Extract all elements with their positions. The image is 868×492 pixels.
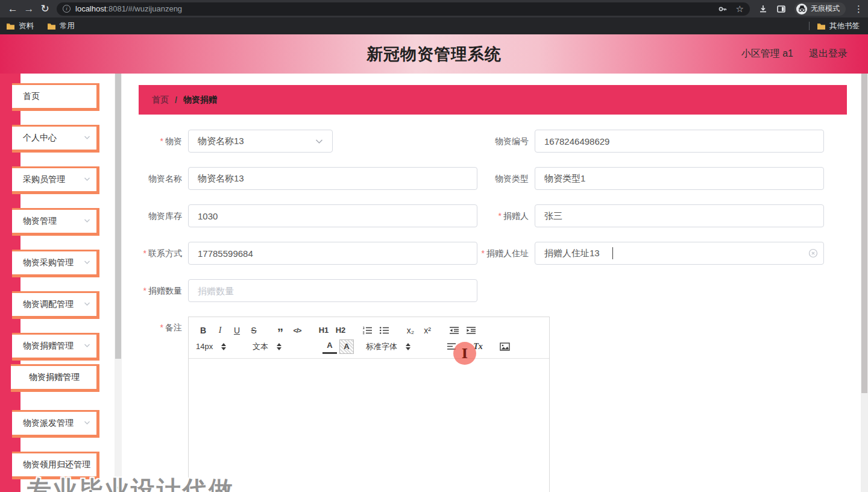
app-header: 新冠物资管理系统 小区管理 a1 退出登录 bbox=[0, 34, 868, 74]
field-label-quantity: *捐赠数量 bbox=[122, 279, 182, 302]
browser-menu-icon[interactable]: ⋮ bbox=[854, 4, 863, 14]
field-label-donor: *捐赠人 bbox=[477, 204, 529, 227]
sidebar-item-personal-center[interactable]: 个人中心 bbox=[12, 125, 99, 153]
background-color-button[interactable]: A bbox=[339, 339, 354, 354]
code-block-button[interactable]: </> bbox=[290, 323, 304, 338]
sidebar-item-allocation-mgmt[interactable]: 物资调配管理 bbox=[12, 291, 99, 319]
text-style-picker[interactable]: 文本 bbox=[253, 341, 310, 352]
chevron-down-icon bbox=[84, 135, 90, 140]
sidebar-scrollbar-thumb[interactable] bbox=[115, 74, 121, 359]
chevron-down-icon bbox=[315, 139, 323, 144]
sidebar-item-purchase-mgmt[interactable]: 物资采购管理 bbox=[12, 250, 99, 277]
bookmark-star-icon[interactable]: ☆ bbox=[736, 4, 744, 14]
user-role-label: 小区管理 a1 bbox=[741, 48, 793, 60]
page-scrollbar[interactable] bbox=[861, 74, 868, 492]
folder-icon bbox=[47, 22, 56, 30]
url-text[interactable]: localhost:8081/#/wuzijuanzeng bbox=[75, 4, 718, 13]
scroll-down-arrow-icon[interactable]: ▼ bbox=[115, 485, 122, 491]
sidebar-item-home[interactable]: 首页 bbox=[12, 83, 99, 111]
outdent-icon[interactable] bbox=[447, 323, 461, 338]
underline-button[interactable]: U bbox=[230, 323, 244, 338]
sidebar-item-donation-mgmt[interactable]: 物资捐赠管理 bbox=[12, 333, 99, 361]
breadcrumb-separator: / bbox=[175, 95, 177, 105]
back-icon[interactable]: ← bbox=[5, 0, 21, 17]
bookmarks-bar: 资料 常用 其他书签 bbox=[0, 17, 868, 34]
folder-icon bbox=[6, 22, 15, 30]
stock-input[interactable] bbox=[188, 204, 477, 227]
reload-icon[interactable]: ↻ bbox=[37, 0, 53, 17]
donor-input[interactable] bbox=[535, 204, 824, 227]
breadcrumb: 首页 / 物资捐赠 bbox=[139, 85, 847, 115]
side-panel-icon[interactable] bbox=[776, 4, 786, 14]
chevron-down-icon bbox=[84, 343, 90, 348]
chevron-down-icon bbox=[84, 218, 90, 223]
address-bar[interactable]: i localhost:8081/#/wuzijuanzeng ☆ bbox=[57, 2, 750, 16]
subscript-button[interactable]: x₂ bbox=[403, 323, 418, 338]
material-select[interactable]: 物资名称13 bbox=[188, 130, 333, 153]
contact-input[interactable] bbox=[188, 242, 477, 265]
superscript-button[interactable]: x² bbox=[420, 323, 435, 338]
sidebar-item-borrow-return-mgmt[interactable]: 物资领用归还管理 bbox=[12, 452, 99, 479]
sidebar-item-material-mgmt[interactable]: 物资管理 bbox=[12, 208, 99, 236]
insert-image-icon[interactable] bbox=[497, 339, 512, 354]
sidebar-item-buyer-mgmt[interactable]: 采购员管理 bbox=[12, 166, 99, 194]
indent-icon[interactable] bbox=[464, 323, 478, 338]
sidebar-subitem-donation-mgmt-active[interactable]: 物资捐赠管理 bbox=[11, 364, 99, 392]
field-label-material: *物资 bbox=[122, 130, 182, 153]
header2-button[interactable]: H2 bbox=[333, 323, 348, 338]
sidebar-item-distribution-mgmt[interactable]: 物资派发管理 bbox=[12, 410, 99, 438]
chevron-down-icon bbox=[84, 177, 90, 181]
blockquote-button[interactable]: ” bbox=[273, 323, 288, 338]
field-label-stock: 物资库存 bbox=[122, 204, 182, 227]
italic-button[interactable]: I bbox=[213, 323, 227, 338]
field-label-remark: *备注 bbox=[122, 317, 182, 492]
header1-button[interactable]: H1 bbox=[316, 323, 331, 338]
material-name-input[interactable] bbox=[188, 167, 477, 190]
quantity-input[interactable] bbox=[188, 279, 477, 302]
sidebar-scrollbar[interactable]: ▼ bbox=[115, 74, 122, 492]
editor-toolbar: B I U S ” </> H1 H2 bbox=[189, 317, 549, 359]
bold-button[interactable]: B bbox=[196, 323, 210, 338]
bookmark-folder-ziliao[interactable]: 资料 bbox=[6, 21, 34, 31]
page-title: 新冠物资管理系统 bbox=[0, 34, 868, 74]
field-label-contact: *联系方式 bbox=[122, 242, 182, 265]
chevron-down-icon bbox=[84, 260, 90, 265]
other-bookmarks[interactable]: 其他书签 bbox=[817, 21, 860, 31]
bullet-list-icon[interactable] bbox=[377, 323, 391, 338]
incognito-icon bbox=[796, 4, 807, 14]
logout-button[interactable]: 退出登录 bbox=[809, 48, 848, 60]
breadcrumb-current: 物资捐赠 bbox=[183, 95, 217, 106]
text-color-button[interactable]: A bbox=[322, 339, 337, 354]
info-icon[interactable]: i bbox=[63, 5, 71, 13]
content-area: 首页 / 物资捐赠 *物资 物资名称13 物资编号 bbox=[122, 74, 861, 492]
chevron-down-icon bbox=[84, 301, 90, 306]
material-no-input[interactable] bbox=[535, 130, 824, 153]
font-family-picker[interactable]: 标准字体 bbox=[366, 341, 432, 352]
breadcrumb-home[interactable]: 首页 bbox=[152, 95, 169, 106]
page-scrollbar-thumb[interactable] bbox=[861, 74, 867, 393]
download-icon[interactable] bbox=[758, 4, 768, 14]
folder-icon bbox=[817, 22, 826, 30]
bookmark-folder-changyong[interactable]: 常用 bbox=[47, 21, 75, 31]
rich-text-editor: B I U S ” </> H1 H2 bbox=[188, 317, 550, 492]
donor-address-input[interactable] bbox=[535, 242, 824, 265]
incognito-badge: 无痕模式 bbox=[794, 2, 846, 16]
browser-toolbar: ← → ↻ i localhost:8081/#/wuzijuanzeng ☆ … bbox=[0, 0, 868, 17]
field-label-donor-address: *捐赠人住址 bbox=[477, 242, 529, 265]
clear-input-icon[interactable] bbox=[808, 248, 818, 258]
donation-form: *物资 物资名称13 物资编号 物资名称 bbox=[122, 130, 861, 492]
ordered-list-icon[interactable] bbox=[360, 323, 374, 338]
strikethrough-button[interactable]: S bbox=[247, 323, 261, 338]
font-size-picker[interactable]: 14px bbox=[196, 342, 241, 351]
password-key-icon[interactable] bbox=[718, 4, 728, 14]
align-icon[interactable] bbox=[444, 339, 459, 354]
forward-icon[interactable]: → bbox=[21, 0, 37, 17]
clear-format-button[interactable]: Tx bbox=[471, 339, 485, 354]
field-label-material-type: 物资类型 bbox=[477, 167, 529, 190]
text-caret bbox=[612, 247, 613, 259]
editor-content[interactable] bbox=[189, 359, 549, 492]
divider bbox=[809, 22, 810, 30]
sidebar: 首页 个人中心 采购员管理 物资管理 物资采购管理 物资调配管理 物资捐赠管理 … bbox=[0, 74, 122, 492]
material-type-input[interactable] bbox=[535, 167, 824, 190]
field-label-material-no: 物资编号 bbox=[477, 130, 529, 153]
